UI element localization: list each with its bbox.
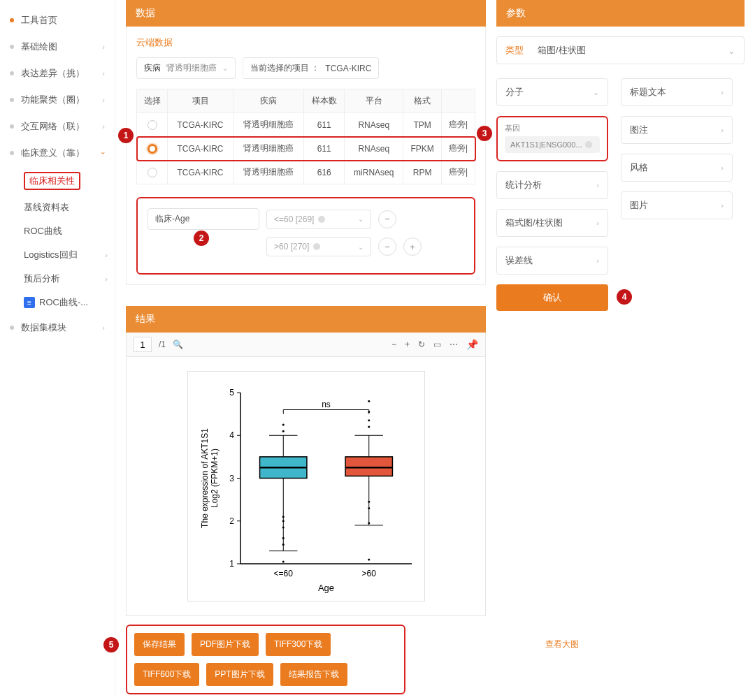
param-style[interactable]: 风格› — [621, 154, 733, 182]
viewer-toolbar: /1 🔍 − + ↻ ▭ ⋯ 📌 — [126, 333, 486, 357]
svg-point-24 — [282, 526, 284, 528]
sidebar: 工具首页 基础绘图› 表达差异（挑）› 功能聚类（圈）› 交互网络（联）› 临床… — [0, 0, 115, 694]
param-box-bar[interactable]: 箱式图/柱状图› — [496, 209, 608, 237]
annotation-4: 4 — [617, 289, 632, 305]
svg-rect-34 — [345, 457, 392, 476]
more-icon[interactable]: ⋯ — [450, 340, 458, 349]
svg-point-41 — [368, 419, 370, 421]
svg-point-37 — [368, 522, 370, 524]
svg-point-28 — [282, 423, 284, 425]
params-panel: 类型 箱图/柱状图 ⌄ 分子⌄ 3 基因 AKT1S1|ENSG000... 统… — [496, 27, 745, 321]
svg-text:1: 1 — [229, 559, 234, 569]
sub-logistics[interactable]: Logistics回归› — [0, 243, 115, 267]
download-tiff600-button[interactable]: TIFF600下载 — [134, 663, 199, 686]
svg-point-22 — [282, 544, 284, 546]
param-errorbar[interactable]: 误差线› — [496, 247, 608, 275]
nav-dataset[interactable]: 数据集模块› — [0, 314, 115, 341]
svg-point-21 — [282, 560, 284, 562]
param-title-text[interactable]: 标题文本› — [621, 78, 733, 106]
param-image[interactable]: 图片› — [621, 191, 733, 219]
save-result-button[interactable]: 保存结果 — [134, 633, 185, 656]
nav-interaction[interactable]: 交互网络（联）› — [0, 113, 115, 140]
nav-clinical[interactable]: 临床意义（靠）› — [0, 140, 115, 166]
svg-point-40 — [368, 426, 370, 428]
clinical-field[interactable]: 临床-Age — [148, 208, 259, 230]
gene-label: 基因 — [505, 123, 600, 133]
svg-text:>60: >60 — [361, 569, 376, 578]
download-pdf-button[interactable]: PDF图片下载 — [192, 633, 259, 656]
chevron-down-icon: ⌄ — [358, 243, 364, 251]
svg-text:2: 2 — [229, 516, 234, 526]
data-panel: 云端数据 疾病 肾透明细胞癌 ⌄ 当前选择的项目 ： TCGA-KIRC 1 选… — [126, 27, 486, 285]
svg-point-23 — [282, 537, 284, 539]
clinical-group-1[interactable]: <=60 [269]⌄ — [266, 210, 371, 229]
nav-home[interactable]: 工具首页 — [0, 7, 115, 34]
chart-type-select[interactable]: 类型 箱图/柱状图 ⌄ — [496, 36, 745, 64]
remove-group-button[interactable]: − — [378, 238, 396, 256]
download-buttons: 保存结果 PDF图片下载 TIFF300下载 TIFF600下载 PPT图片下载… — [126, 625, 405, 694]
svg-text:4: 4 — [229, 430, 234, 440]
param-legend[interactable]: 图注› — [621, 116, 733, 144]
zoom-in-icon[interactable]: + — [405, 340, 410, 349]
nav-expr-diff[interactable]: 表达差异（挑）› — [0, 60, 115, 87]
annotation-3: 3 — [477, 126, 492, 141]
sub-clinical-corr[interactable]: 临床相关性 — [0, 166, 115, 196]
gene-input[interactable]: AKT1S1|ENSG000... — [505, 136, 600, 153]
radio[interactable] — [148, 168, 157, 177]
radio-selected[interactable] — [148, 144, 157, 154]
svg-point-39 — [368, 501, 370, 503]
boxplot-chart: 12345The expression of AKT1S1Log2 (FPKM+… — [187, 371, 425, 601]
param-molecule[interactable]: 分子⌄ — [496, 78, 608, 106]
download-tiff300-button[interactable]: TIFF300下载 — [266, 633, 331, 656]
fit-icon[interactable]: ▭ — [433, 340, 441, 349]
zoom-out-icon[interactable]: − — [391, 340, 396, 349]
clinical-filter-box: 2 临床-Age <=60 [269]⌄ − >60 [270]⌄ − + — [136, 197, 475, 275]
chevron-down-icon: ⌄ — [728, 45, 735, 56]
svg-point-27 — [282, 430, 284, 432]
remove-group-button[interactable]: − — [378, 210, 396, 228]
svg-point-43 — [368, 400, 370, 402]
data-panel-header: 数据 — [126, 0, 486, 27]
add-group-button[interactable]: + — [403, 238, 422, 256]
svg-point-36 — [368, 558, 370, 560]
sub-baseline[interactable]: 基线资料表 — [0, 196, 115, 219]
radio[interactable] — [148, 120, 157, 130]
doc-icon: ≡ — [24, 297, 35, 308]
cloud-data-label: 云端数据 — [136, 36, 475, 49]
view-large-link[interactable]: 查看大图 — [545, 639, 579, 650]
search-icon[interactable]: 🔍 — [173, 340, 183, 349]
results-panel-header: 结果 — [126, 306, 486, 333]
table-row-selected[interactable]: TCGA-KIRC肾透明细胞癌611RNAseqFPKM癌旁| — [137, 137, 475, 161]
table-row[interactable]: TCGA-KIRC肾透明细胞癌611RNAseqTPM癌旁| — [137, 113, 475, 137]
disease-select[interactable]: 疾病 肾透明细胞癌 ⌄ — [136, 57, 236, 79]
sub-roc[interactable]: ROC曲线 — [0, 219, 115, 243]
svg-text:5: 5 — [229, 388, 234, 398]
current-project: 当前选择的项目 ： TCGA-KIRC — [243, 57, 379, 79]
chart-frame: 12345The expression of AKT1S1Log2 (FPKM+… — [126, 357, 486, 616]
sub-roc-curve[interactable]: ≡ROC曲线-... — [0, 291, 115, 314]
nav-basic-plot[interactable]: 基础绘图› — [0, 34, 115, 60]
svg-text:The expression of AKT1S1Log2 (: The expression of AKT1S1Log2 (FPKM+1) — [200, 428, 220, 528]
svg-text:3: 3 — [229, 474, 234, 483]
svg-point-25 — [282, 520, 284, 522]
page-input[interactable] — [134, 337, 152, 352]
svg-point-38 — [368, 507, 370, 509]
chevron-down-icon: ⌄ — [222, 64, 228, 72]
svg-point-26 — [282, 516, 284, 518]
svg-text:<=60: <=60 — [273, 569, 293, 578]
pin-icon[interactable]: 📌 — [466, 339, 478, 350]
param-stats[interactable]: 统计分析› — [496, 171, 608, 199]
gene-input-box: 基因 AKT1S1|ENSG000... — [496, 116, 608, 161]
clinical-group-2[interactable]: >60 [270]⌄ — [266, 237, 371, 256]
sub-prognosis[interactable]: 预后分析› — [0, 267, 115, 291]
annotation-2: 2 — [194, 231, 209, 246]
nav-func-cluster[interactable]: 功能聚类（圈）› — [0, 87, 115, 113]
annotation-5: 5 — [103, 637, 119, 652]
rotate-icon[interactable]: ↻ — [418, 340, 425, 349]
table-row[interactable]: TCGA-KIRC肾透明细胞癌616miRNAseqRPM癌旁| — [137, 161, 475, 184]
download-ppt-button[interactable]: PPT图片下载 — [206, 663, 273, 686]
dataset-table: 选择 项目 疾病 样本数 平台 格式 TCGA-KIRC肾透明细胞癌611RNA… — [136, 89, 475, 184]
confirm-button[interactable]: 确认 — [496, 284, 608, 311]
annotation-1: 1 — [118, 128, 134, 143]
download-report-button[interactable]: 结果报告下载 — [280, 663, 347, 686]
